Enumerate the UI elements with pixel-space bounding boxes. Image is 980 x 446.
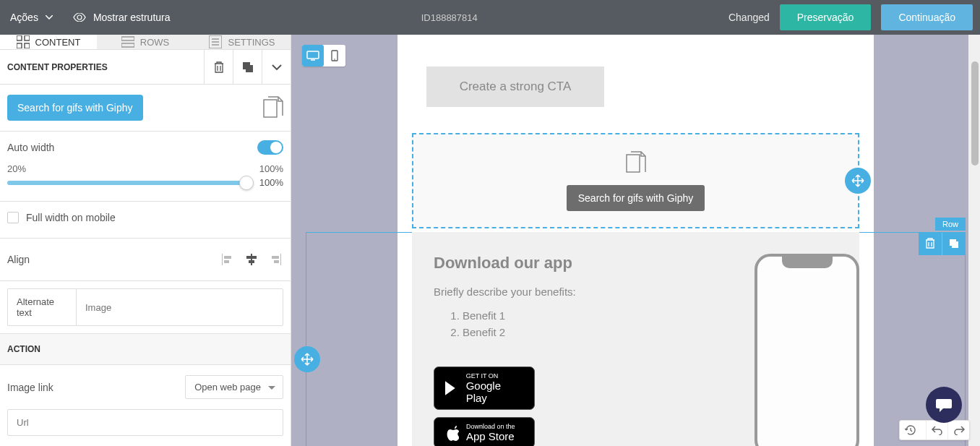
- svg-rect-3: [25, 43, 30, 48]
- mobile-view-button[interactable]: [324, 45, 345, 67]
- panel-title: CONTENT PROPERTIES: [7, 62, 108, 72]
- align-center-button[interactable]: [243, 252, 260, 267]
- slider-max-label: 100%: [259, 163, 283, 174]
- svg-rect-1: [25, 35, 30, 40]
- redo-icon: [953, 425, 965, 435]
- slider-value: 100%: [259, 177, 283, 188]
- image-placeholder-icon: [263, 96, 283, 119]
- width-slider[interactable]: [7, 181, 246, 185]
- benefit-item: Benefit 2: [463, 325, 733, 341]
- svg-rect-15: [224, 260, 229, 263]
- tab-settings[interactable]: SETTINGS: [194, 35, 291, 49]
- row-duplicate-button[interactable]: [942, 232, 966, 255]
- trash-icon: [213, 61, 225, 74]
- svg-rect-17: [246, 256, 257, 259]
- alt-text-label: Alternate text: [7, 288, 76, 326]
- cta-block[interactable]: Create a strong CTA: [426, 67, 604, 107]
- search-giphy-canvas-button[interactable]: Search for gifs with Giphy: [567, 185, 705, 211]
- svg-rect-2: [17, 43, 22, 48]
- svg-rect-12: [264, 100, 277, 117]
- status-badge: Changed: [728, 12, 770, 23]
- file-stack-icon: [429, 150, 842, 175]
- delete-button[interactable]: [204, 50, 233, 85]
- continue-button[interactable]: Continuação: [881, 4, 973, 30]
- giphy-content-block[interactable]: Search for gifs with Giphy: [412, 133, 859, 228]
- show-structure-label: Mostrar estrutura: [93, 12, 171, 23]
- app-store-badge[interactable]: Download on the App Store: [434, 417, 535, 446]
- move-icon: [301, 353, 314, 366]
- collapse-button[interactable]: [262, 50, 291, 85]
- chevron-down-icon: [272, 64, 282, 70]
- device-switch: [302, 45, 345, 67]
- search-giphy-button[interactable]: Search for gifs with Giphy: [7, 95, 143, 121]
- action-section-title: ACTION: [0, 334, 291, 365]
- apple-icon: [444, 425, 459, 441]
- move-icon: [851, 174, 864, 187]
- gplay-small-text: GET IT ON: [466, 372, 524, 379]
- sidebar: CONTENT ROWS SETTINGS CONTENT PROPERTIES: [0, 35, 291, 446]
- slider-thumb[interactable]: [239, 176, 254, 190]
- tab-content[interactable]: CONTENT: [0, 35, 97, 49]
- svg-rect-11: [246, 65, 253, 72]
- svg-rect-5: [121, 43, 134, 47]
- phone-mockup: [755, 254, 859, 446]
- play-icon: [444, 380, 459, 396]
- download-desc: Briefly describe your benefits:: [434, 286, 733, 298]
- row-move-handle[interactable]: [294, 346, 320, 372]
- link-type-dropdown[interactable]: Open web page: [185, 375, 283, 399]
- actions-label: Ações: [10, 12, 38, 23]
- svg-rect-18: [249, 260, 254, 263]
- move-handle[interactable]: [845, 168, 871, 194]
- desktop-view-button[interactable]: [302, 45, 324, 67]
- tab-rows[interactable]: ROWS: [97, 35, 194, 49]
- full-width-mobile-label: Full width on mobile: [26, 212, 116, 223]
- chat-launcher[interactable]: [926, 387, 962, 423]
- canvas: Create a strong CTA Search for gifs with…: [291, 35, 980, 446]
- trash-icon: [925, 238, 935, 249]
- auto-width-toggle[interactable]: [257, 140, 283, 155]
- scrollbar[interactable]: [968, 35, 980, 446]
- mobile-icon: [331, 50, 338, 61]
- svg-rect-20: [272, 256, 279, 259]
- url-input[interactable]: [7, 409, 283, 436]
- actions-menu[interactable]: Ações: [10, 12, 53, 23]
- appstore-small-text: Download on the: [466, 423, 515, 430]
- history-toolbar: [899, 420, 970, 440]
- align-center-icon: [245, 254, 258, 265]
- scrollbar-thumb[interactable]: [971, 61, 979, 166]
- align-left-icon: [222, 254, 235, 265]
- align-left-button[interactable]: [220, 252, 237, 267]
- download-row[interactable]: Row Downloa: [412, 232, 859, 446]
- settings-icon: [209, 35, 222, 48]
- alt-text-input[interactable]: [76, 288, 283, 326]
- svg-rect-4: [121, 37, 134, 40]
- align-right-icon: [268, 254, 281, 265]
- row-delete-button[interactable]: [919, 232, 942, 255]
- download-title: Download our app: [434, 254, 733, 273]
- save-button[interactable]: Preservação: [780, 4, 872, 30]
- document-id: ID188887814: [171, 12, 728, 23]
- svg-rect-14: [224, 256, 231, 259]
- align-right-button[interactable]: [266, 252, 283, 267]
- history-icon: [905, 424, 916, 436]
- duplicate-button[interactable]: [233, 50, 262, 85]
- copy-icon: [949, 239, 959, 249]
- chat-icon: [935, 397, 953, 413]
- undo-button[interactable]: [926, 421, 947, 439]
- gplay-big-text: Google Play: [466, 379, 524, 404]
- google-play-badge[interactable]: GET IT ON Google Play: [434, 366, 535, 410]
- svg-rect-28: [952, 241, 958, 248]
- full-width-mobile-checkbox[interactable]: [7, 212, 19, 223]
- history-button[interactable]: [900, 421, 921, 439]
- undo-icon: [932, 425, 943, 435]
- align-label: Align: [7, 254, 30, 265]
- svg-rect-21: [274, 260, 279, 263]
- eye-icon: [73, 13, 86, 22]
- tab-content-label: CONTENT: [35, 37, 81, 48]
- redo-button[interactable]: [947, 421, 969, 439]
- desktop-icon: [306, 51, 319, 61]
- auto-width-label: Auto width: [7, 142, 54, 153]
- svg-rect-26: [627, 155, 640, 172]
- show-structure-toggle[interactable]: Mostrar estrutura: [73, 12, 171, 23]
- tab-rows-label: ROWS: [140, 37, 169, 48]
